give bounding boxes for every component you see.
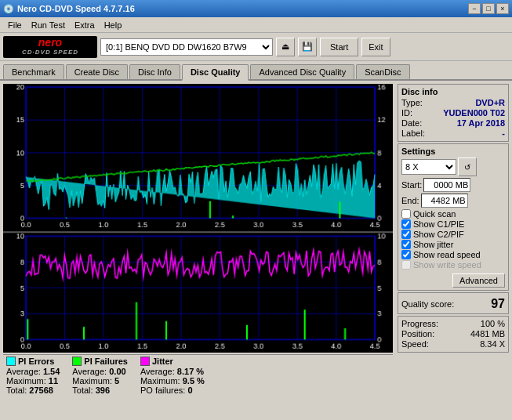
show-read-speed-label: Show read speed bbox=[413, 250, 481, 259]
quality-score-value: 97 bbox=[491, 297, 505, 311]
tab-disc-info[interactable]: Disc Info bbox=[129, 64, 180, 79]
show-read-speed-checkbox[interactable] bbox=[401, 250, 411, 259]
disc-date-label: Date: bbox=[401, 118, 422, 128]
pi-errors-legend: PI Errors Average: 1.54 Maximum: 11 Tota… bbox=[6, 357, 60, 395]
progress-panel: Progress: 100 % Position: 4481 MB Speed:… bbox=[398, 316, 509, 353]
start-mb-label: Start: bbox=[401, 180, 422, 190]
right-panel: Disc info Type: DVD+R ID: YUDEN000 T02 D… bbox=[394, 81, 512, 418]
eject-button[interactable]: ⏏ bbox=[276, 38, 295, 56]
app-title: Nero CD-DVD Speed 4.7.7.16 bbox=[17, 4, 135, 13]
pi-failures-total-value: 396 bbox=[96, 386, 110, 395]
show-c2pif-label: Show C2/PIF bbox=[413, 230, 464, 239]
minimize-button[interactable]: − bbox=[468, 3, 481, 14]
start-mb-input[interactable] bbox=[423, 178, 470, 192]
maximize-button[interactable]: □ bbox=[482, 3, 495, 14]
speed-label: Speed: bbox=[401, 339, 429, 349]
jitter-legend: Jitter Average: 8.17 % Maximum: 9.5 % PO… bbox=[140, 357, 205, 395]
menu-extra[interactable]: Extra bbox=[70, 19, 100, 31]
pi-errors-color bbox=[6, 357, 16, 366]
jitter-max-value: 9.5 % bbox=[183, 376, 205, 386]
pi-errors-total-label: Total: bbox=[6, 386, 27, 395]
disc-label-value: - bbox=[502, 129, 505, 138]
quality-chart bbox=[3, 84, 393, 353]
pi-failures-legend: PI Failures Average: 0.00 Maximum: 5 Tot… bbox=[72, 357, 128, 395]
settings-title: Settings bbox=[401, 147, 505, 156]
show-jitter-row: Show jitter bbox=[401, 240, 505, 249]
jitter-color bbox=[140, 357, 150, 366]
title-bar-controls: − □ × bbox=[468, 3, 509, 14]
pi-errors-avg-label: Average: bbox=[6, 367, 41, 376]
pi-failures-avg-value: 0.00 bbox=[109, 367, 125, 376]
position-label: Position: bbox=[401, 329, 434, 339]
show-write-speed-checkbox bbox=[401, 260, 411, 270]
jitter-po-value: 0 bbox=[187, 386, 192, 395]
disc-type-label: Type: bbox=[401, 98, 423, 107]
speed-value: 8.34 X bbox=[480, 339, 505, 349]
menu-bar: File Run Test Extra Help bbox=[0, 17, 512, 33]
jitter-label: Jitter bbox=[152, 357, 173, 366]
disc-info-panel: Disc info Type: DVD+R ID: YUDEN000 T02 D… bbox=[398, 84, 509, 142]
drive-select[interactable]: [0:1] BENQ DVD DD DW1620 B7W9 bbox=[100, 38, 273, 56]
show-jitter-label: Show jitter bbox=[413, 240, 453, 249]
exit-button[interactable]: Exit bbox=[361, 38, 390, 56]
show-jitter-checkbox[interactable] bbox=[401, 240, 411, 249]
main-content: PI Errors Average: 1.54 Maximum: 11 Tota… bbox=[0, 81, 512, 418]
tab-scan-disc[interactable]: ScanDisc bbox=[356, 64, 409, 79]
position-row: Position: 4481 MB bbox=[401, 329, 505, 339]
advanced-button[interactable]: Advanced bbox=[452, 273, 505, 288]
pi-errors-label: PI Errors bbox=[18, 357, 54, 366]
disc-label-label: Label: bbox=[401, 129, 425, 138]
start-mb-row: Start: bbox=[401, 178, 505, 192]
jitter-avg-value: 8.17 % bbox=[177, 367, 204, 376]
quality-score-label: Quality score: bbox=[401, 299, 454, 309]
quick-scan-label: Quick scan bbox=[413, 209, 456, 219]
tab-advanced-disc-quality[interactable]: Advanced Disc Quality bbox=[250, 64, 354, 79]
pi-failures-max-value: 5 bbox=[114, 376, 119, 386]
save-button[interactable]: 💾 bbox=[298, 38, 317, 56]
speed-row-progress: Speed: 8.34 X bbox=[401, 339, 505, 349]
start-button[interactable]: Start bbox=[320, 38, 358, 56]
end-mb-row: End: bbox=[401, 194, 505, 208]
menu-run-test[interactable]: Run Test bbox=[27, 19, 70, 31]
toolbar: nero CD·DVD SPEED [0:1] BENQ DVD DD DW16… bbox=[0, 33, 512, 61]
speed-select[interactable]: 8 X 4 X 12 X 16 X Max bbox=[401, 159, 456, 175]
progress-label: Progress: bbox=[401, 319, 438, 328]
pi-errors-max-label: Maximum: bbox=[6, 376, 46, 386]
app-icon: 💿 bbox=[3, 4, 14, 14]
nero-logo: nero CD·DVD SPEED bbox=[3, 36, 97, 58]
refresh-button[interactable]: ↺ bbox=[458, 158, 477, 176]
show-write-speed-label: Show write speed bbox=[413, 260, 481, 270]
end-mb-label: End: bbox=[401, 196, 419, 205]
pi-failures-color bbox=[72, 357, 82, 366]
progress-value: 100 % bbox=[481, 319, 505, 328]
show-c1pie-label: Show C1/PIE bbox=[413, 219, 464, 229]
menu-file[interactable]: File bbox=[3, 19, 27, 31]
tab-create-disc[interactable]: Create Disc bbox=[66, 64, 128, 79]
settings-panel: Settings 8 X 4 X 12 X 16 X Max ↺ Start: … bbox=[398, 143, 509, 291]
position-value: 4481 MB bbox=[470, 329, 505, 339]
end-mb-input[interactable] bbox=[421, 194, 468, 208]
progress-row: Progress: 100 % bbox=[401, 319, 505, 328]
quick-scan-checkbox[interactable] bbox=[401, 209, 411, 219]
disc-info-title: Disc info bbox=[401, 87, 505, 96]
show-c2pif-checkbox[interactable] bbox=[401, 230, 411, 239]
tab-disc-quality[interactable]: Disc Quality bbox=[182, 64, 249, 81]
menu-help[interactable]: Help bbox=[100, 19, 127, 31]
pi-errors-max-value: 11 bbox=[49, 376, 58, 386]
disc-id-label: ID: bbox=[401, 108, 412, 118]
disc-label-row: Label: - bbox=[401, 129, 505, 138]
show-read-speed-row: Show read speed bbox=[401, 250, 505, 259]
disc-date-row: Date: 17 Apr 2018 bbox=[401, 118, 505, 128]
tabs: Benchmark Create Disc Disc Info Disc Qua… bbox=[0, 61, 512, 81]
show-c1pie-checkbox[interactable] bbox=[401, 219, 411, 229]
pi-failures-label: PI Failures bbox=[84, 357, 128, 366]
disc-type-row: Type: DVD+R bbox=[401, 98, 505, 107]
tab-benchmark[interactable]: Benchmark bbox=[3, 64, 64, 79]
disc-date-value: 17 Apr 2018 bbox=[457, 118, 505, 128]
show-write-speed-row: Show write speed bbox=[401, 260, 505, 270]
title-bar: 💿 Nero CD-DVD Speed 4.7.7.16 − □ × bbox=[0, 0, 512, 17]
disc-id-row: ID: YUDEN000 T02 bbox=[401, 108, 505, 118]
title-bar-left: 💿 Nero CD-DVD Speed 4.7.7.16 bbox=[3, 4, 135, 14]
close-button[interactable]: × bbox=[496, 3, 509, 14]
legend-area: PI Errors Average: 1.54 Maximum: 11 Tota… bbox=[3, 354, 393, 396]
